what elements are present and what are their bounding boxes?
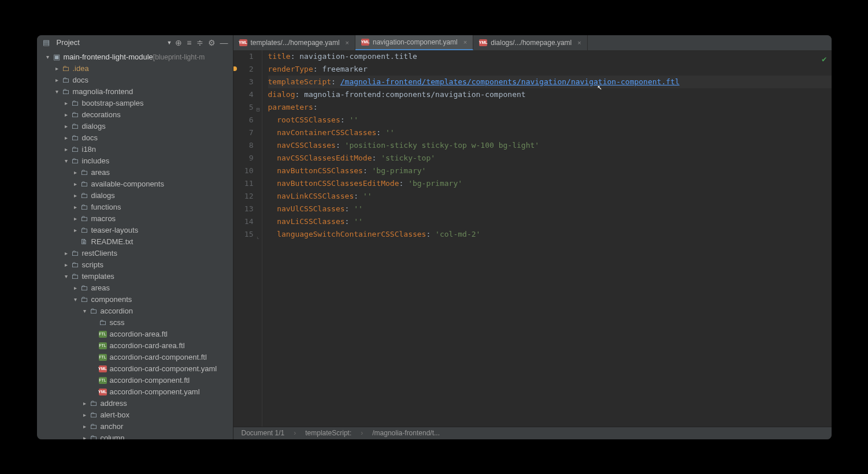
tree-arrow-icon[interactable]: ▾ [44,54,52,60]
code-line[interactable]: templateScript: /magnolia-frontend/templ… [268,76,832,88]
code-line[interactable]: navUlCSSClasses: '' [268,203,832,215]
tree-item[interactable]: ▸🗀restClients [37,248,233,259]
tree-item[interactable]: ▸🗀available-components [37,178,233,190]
tree-arrow-icon[interactable]: ▸ [81,423,89,430]
tree-item[interactable]: ▸🗀address [37,398,233,409]
fold-start-icon[interactable]: ⊟ [256,103,259,116]
tree-arrow-icon[interactable]: ▸ [81,412,89,418]
code-line[interactable]: languageSwitchContainerCSSClasses: 'col-… [268,228,832,241]
close-icon[interactable]: × [577,39,581,46]
breadcrumb-value[interactable]: /magnolia-frontend/t... [372,429,440,437]
code-area[interactable]: ↖ title: navigation-component.titlerende… [262,50,832,427]
tree-item[interactable]: ▾🗀accordion [37,305,233,317]
tree-arrow-icon[interactable]: ▸ [72,285,80,291]
editor-body[interactable]: 12345⊟6789101112131415⌞ ↖ title: navigat… [233,50,832,427]
tree-arrow-icon[interactable]: ▸ [62,111,71,118]
breadcrumb-key[interactable]: templateScript: [305,429,351,437]
code-line[interactable]: navLinkCSSClasses: '' [268,190,832,203]
tree-arrow-icon[interactable]: ▸ [53,77,61,83]
tree-item[interactable]: YMLaccordion-component.yaml [37,386,233,398]
code-line[interactable]: navCSSClasses: 'position-sticky sticky-t… [268,139,832,152]
tree-item[interactable]: FTLaccordion-card-area.ftl [37,340,233,352]
tree-item[interactable]: ▾▣main-frontend-light-module [blueprint-… [37,51,233,63]
tree-arrow-icon[interactable]: ▸ [62,250,71,256]
tree-item[interactable]: ▸🗀decorations [37,109,233,121]
tree-arrow-icon[interactable]: ▾ [62,158,71,164]
tree-item[interactable]: ▸🗀anchor [37,421,233,432]
collapse-icon[interactable]: ≑ [196,38,203,47]
tree-arrow-icon[interactable]: ▸ [72,181,80,187]
code-line[interactable]: navButtonCSSClasses: 'bg-primary' [268,165,832,177]
tree-arrow-icon[interactable]: ▸ [62,100,71,106]
editor-tab[interactable]: YMLtemplates/.../homepage.yaml× [233,35,356,50]
tree-item[interactable]: ▸🗀teaser-layouts [37,225,233,236]
tree-arrow-icon[interactable]: ▸ [81,400,89,406]
expand-icon[interactable]: ≡ [187,38,191,47]
tree-item[interactable]: 🗀scss [37,317,233,329]
tree-arrow-icon[interactable]: ▾ [72,296,80,303]
code-line[interactable]: renderType: freemarker [268,63,832,76]
project-tree[interactable]: ▾▣main-frontend-light-module [blueprint-… [37,50,233,439]
chevron-down-icon[interactable]: ▼ [166,40,172,46]
code-line[interactable]: title: navigation-component.title [268,50,832,63]
close-icon[interactable]: × [463,39,467,46]
tree-arrow-icon[interactable]: ▸ [72,169,80,176]
tree-arrow-icon[interactable]: ▸ [72,215,80,222]
editor-tabs: YMLtemplates/.../homepage.yaml×YMLnaviga… [233,35,832,50]
tree-item[interactable]: ▸🗀docs [37,74,233,86]
tree-arrow-icon[interactable]: ▸ [72,192,80,199]
file-link[interactable]: /magnolia-frontend/templates/components/… [340,77,680,86]
fold-end-icon[interactable]: ⌞ [256,230,259,243]
tree-item[interactable]: ▸🗀alert-box [37,409,233,421]
locate-icon[interactable]: ⊕ [175,38,182,47]
code-line[interactable]: dialog: magnolia-frontend:components/nav… [268,88,832,101]
editor-tab[interactable]: YMLdialogs/.../homepage.yaml× [473,35,588,50]
editor-tab[interactable]: YMLnavigation-component.yaml× [355,35,473,50]
tree-item[interactable]: ▸🗀bootstrap-samples [37,98,233,109]
tree-item[interactable]: ▸🗀column [37,432,233,439]
code-line[interactable]: navButtonCSSClassesEditMode: 'bg-primary… [268,177,832,190]
tree-item[interactable]: ▸🗀scripts [37,259,233,271]
tree-arrow-icon[interactable]: ▸ [72,204,80,210]
close-icon[interactable]: × [346,39,349,46]
tree-item[interactable]: ▾🗀magnolia-frontend [37,86,233,98]
code-line[interactable]: parameters: [268,101,832,114]
tree-arrow-icon[interactable]: ▸ [62,123,71,129]
tree-item[interactable]: ▾🗀components [37,294,233,305]
tree-item[interactable]: ▸🗀areas [37,282,233,294]
tree-arrow-icon[interactable]: ▸ [62,135,71,141]
tree-arrow-icon[interactable]: ▸ [53,65,61,72]
tree-arrow-icon[interactable]: ▸ [62,262,71,268]
gutter-warning-icon[interactable] [233,66,237,71]
tree-item[interactable]: ▾🗀templates [37,271,233,282]
tree-arrow-icon[interactable]: ▸ [72,227,80,233]
tree-item[interactable]: ▸🗀functions [37,201,233,213]
tree-arrow-icon[interactable]: ▸ [81,435,89,439]
tree-item[interactable]: ▸🗀docs [37,132,233,144]
code-line[interactable]: rootCSSClasses: '' [268,114,832,126]
tree-arrow-icon[interactable]: ▾ [53,88,61,95]
tree-item[interactable]: ▸🗀dialogs [37,190,233,201]
code-line[interactable]: navCSSClassesEditMode: 'sticky-top' [268,152,832,165]
code-line[interactable]: navLiCSSClasses: '' [268,215,832,228]
tree-item[interactable]: ▸🗀macros [37,213,233,225]
minimize-icon[interactable]: — [220,38,228,47]
tree-arrow-icon[interactable]: ▸ [62,146,71,152]
tree-item[interactable]: YMLaccordion-card-component.yaml [37,363,233,375]
tree-arrow-icon[interactable]: ▾ [81,308,89,314]
project-panel-header[interactable]: ▤ Project ▼ ⊕ ≡ ≑ ⚙ — [37,35,233,50]
tree-item-label: dialogs [91,191,115,200]
tree-item[interactable]: ▸🗀dialogs [37,121,233,132]
tree-item[interactable]: ▸🗀i18n [37,144,233,155]
tree-item[interactable]: FTLaccordion-component.ftl [37,375,233,386]
tree-item[interactable]: 🗎README.txt [37,236,233,248]
tree-item[interactable]: ▸🗀areas [37,167,233,178]
gear-icon[interactable]: ⚙ [208,38,216,47]
tree-item[interactable]: ▸🗀.idea [37,63,233,74]
code-line[interactable]: navContainerCSSClasses: '' [268,126,832,139]
inspection-ok-icon[interactable]: ✔ [822,53,826,65]
tree-item[interactable]: FTLaccordion-area.ftl [37,329,233,340]
tree-item[interactable]: FTLaccordion-card-component.ftl [37,352,233,363]
tree-arrow-icon[interactable]: ▾ [62,273,71,279]
tree-item[interactable]: ▾🗀includes [37,155,233,167]
